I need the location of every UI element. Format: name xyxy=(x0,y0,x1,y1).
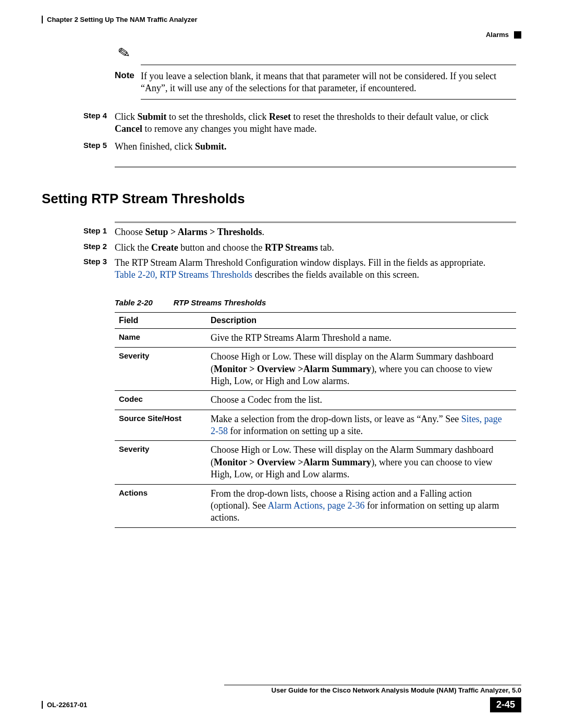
table-link[interactable]: Table 2-20, RTP Streams Thresholds xyxy=(115,269,252,280)
running-header-left: Chapter 2 Setting Up The NAM Traffic Ana… xyxy=(42,16,197,23)
footer-title: User Guide for the Cisco Network Analysi… xyxy=(42,686,521,694)
note-text: If you leave a selection blank, it means… xyxy=(141,70,516,94)
step-text: When finished, click Submit. xyxy=(115,141,226,153)
table-caption: Table 2-20RTP Streams Thresholds xyxy=(115,298,521,307)
section-divider xyxy=(115,166,516,168)
page-footer: User Guide for the Cisco Network Analysi… xyxy=(42,685,521,712)
step-2: Step 2 Click the Create button and choos… xyxy=(83,242,516,254)
pencil-icon: ✎ xyxy=(117,45,131,61)
page-number: 2-45 xyxy=(490,697,521,712)
table-row: Source Site/Host Make a selection from t… xyxy=(115,410,516,441)
step-3: Step 3 The RTP Stream Alarm Threshold Co… xyxy=(83,257,516,281)
table-row: Severity Choose High or Low. These will … xyxy=(115,348,516,391)
step-text: Choose Setup > Alarms > Thresholds. xyxy=(115,226,264,238)
note-label: Note xyxy=(115,70,141,94)
step-label: Step 1 xyxy=(83,226,115,238)
col-description: Description xyxy=(206,312,516,328)
step-text: The RTP Stream Alarm Threshold Configura… xyxy=(115,257,485,281)
note-block: ✎ Note If you leave a selection blank, i… xyxy=(115,65,516,100)
running-header-right: Alarms xyxy=(486,31,509,39)
alarm-actions-link[interactable]: Alarm Actions, page 2-36 xyxy=(267,500,364,511)
section-heading: Setting RTP Stream Thresholds xyxy=(42,191,521,207)
doc-number: OL-22617-01 xyxy=(42,701,87,709)
step-4: Step 4 Click Submit to set the threshold… xyxy=(83,111,516,135)
step-label: Step 5 xyxy=(83,141,115,153)
step-5: Step 5 When finished, click Submit. xyxy=(83,141,516,153)
header-marker-icon xyxy=(514,31,521,39)
table-row: Severity Choose High or Low. These will … xyxy=(115,441,516,484)
step-text: Click Submit to set the thresholds, clic… xyxy=(115,111,516,135)
table-row: Actions From the drop-down lists, choose… xyxy=(115,484,516,527)
step-label: Step 3 xyxy=(83,257,115,281)
fields-table: Field Description Name Give the RTP Stre… xyxy=(115,312,516,528)
step-1: Step 1 Choose Setup > Alarms > Threshold… xyxy=(83,226,516,238)
section-divider xyxy=(115,221,516,223)
col-field: Field xyxy=(115,312,206,328)
table-row: Name Give the RTP Streams Alarm Threshol… xyxy=(115,328,516,347)
step-label: Step 2 xyxy=(83,242,115,254)
step-text: Click the Create button and choose the R… xyxy=(115,242,334,254)
table-row: Codec Choose a Codec from the list. xyxy=(115,391,516,410)
step-label: Step 4 xyxy=(83,111,115,135)
